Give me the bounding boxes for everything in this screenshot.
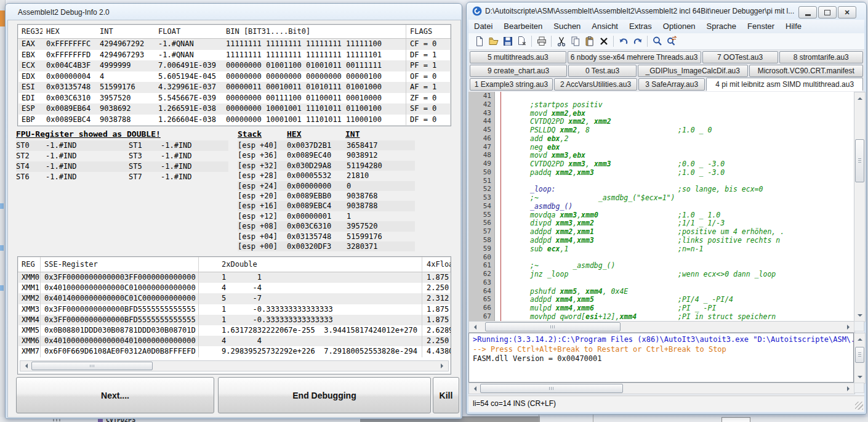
scroll-right-arrow[interactable] — [847, 386, 852, 391]
tab--gdiplus-imagecalcdif-au3[interactable]: _GDIPlus_ImageCalcDif.au3 — [638, 65, 748, 77]
code-editor[interactable]: 4142434445464748495051525354555657585960… — [468, 92, 854, 321]
tab-5-multithreads-au3[interactable]: 5 multithreads.au3 — [470, 51, 566, 63]
undo-icon[interactable] — [616, 34, 630, 48]
sse-cell: 4.4380 — [422, 346, 451, 357]
redo-icon[interactable] — [630, 34, 645, 48]
menu-suchen[interactable]: Suchen — [548, 20, 586, 33]
tab-4-pi-mit-leibnitz-asm-simd-multithread-au3[interactable]: 4 pi mit leibnitz asm SIMD multithread.a… — [706, 78, 863, 91]
save-file-icon[interactable] — [500, 34, 515, 48]
scrollbar-thumb[interactable] — [480, 384, 623, 393]
code-text: paddq xmm2,xmm3 — [530, 169, 594, 177]
menu-extras[interactable]: Extras — [624, 20, 657, 33]
tab-9-create-chart-au3[interactable]: 9 create_chart.au3 — [470, 65, 567, 77]
new-file-icon[interactable] — [472, 34, 486, 48]
paste-icon[interactable] — [582, 34, 597, 48]
output-line: FASM.dll Version = 0x00470001 — [473, 354, 853, 364]
delete-icon[interactable] — [597, 34, 611, 48]
register-cell: 7.006491E-039 — [155, 60, 222, 71]
scroll-left-arrow[interactable] — [23, 363, 28, 368]
minimize-button[interactable] — [798, 6, 817, 18]
output-horizontal-scrollbar[interactable] — [468, 383, 855, 394]
copy-icon[interactable] — [568, 34, 582, 48]
register-column-header: BIN [BIT31....Bit0] — [222, 25, 406, 38]
tab-3-safearray-au3[interactable]: 3 SafeArray.au3 — [638, 78, 705, 91]
editor-horizontal-scrollbar[interactable] — [468, 321, 855, 333]
menu-sprache[interactable]: Sprache — [701, 20, 742, 33]
line-number: 62 — [468, 270, 494, 278]
background-artifact — [721, 417, 750, 422]
line-number: 42 — [468, 100, 494, 109]
sse-cell: 4 4 — [198, 336, 422, 346]
menu-datei[interactable]: Datei — [468, 20, 498, 33]
scroll-left-arrow[interactable] — [472, 386, 476, 391]
editor-vertical-scrollbar[interactable] — [854, 92, 866, 322]
code-line: _loop:;so lange, bis ecx=0 — [504, 185, 854, 194]
register-cell: 00000011 00010011 01010111 01001000 — [222, 82, 406, 93]
code-line: CVTDQ2PD xmm3, xmm3;0.0 _ -3.0 — [504, 160, 854, 169]
code-line: PSLLDQ xmm2, 8;1.0 _ 0 — [504, 126, 854, 135]
scroll-down-arrow[interactable] — [858, 314, 862, 319]
scrollbar-thumb[interactable] — [855, 139, 864, 182]
fpu-cell: -1.#IND — [161, 161, 228, 172]
sse-horizontal-scrollbar[interactable] — [20, 360, 449, 371]
tab-0-test-au3[interactable]: 0 Test.au3 — [568, 65, 637, 77]
search-replace-icon[interactable] — [664, 34, 678, 48]
maximize-button[interactable] — [818, 6, 837, 18]
sse-cell: 0x4010000000000000C010000000000000 — [40, 283, 198, 293]
output-pane[interactable]: >Running:(3.3.14.2):C:\Program Files (x8… — [468, 333, 854, 383]
scroll-right-arrow[interactable] — [847, 325, 852, 330]
search-icon[interactable] — [650, 34, 664, 48]
stack-cell: [esp +36] — [238, 150, 287, 160]
output-vertical-scrollbar[interactable] — [854, 333, 866, 384]
line-number: 65 — [468, 295, 494, 304]
scrollbar-thumb[interactable] — [31, 362, 153, 370]
next-button[interactable]: Next.... — [16, 377, 214, 413]
tab-7-ootest-au3[interactable]: 7 OOTest.au3 — [702, 51, 778, 63]
register-cell: DF = 1 — [406, 50, 451, 61]
line-number: 56 — [468, 219, 494, 227]
sse-cell: 2.312 — [422, 293, 451, 304]
stack-cell: 3957520 — [347, 221, 413, 231]
scroll-down-arrow[interactable] — [858, 376, 862, 381]
menu-bearbeiten[interactable]: Bearbeiten — [498, 20, 548, 33]
tab-microsoft-vc90-crt-manifest[interactable]: Microsoft.VC90.CRT.manifest — [749, 65, 863, 77]
print-icon[interactable] — [534, 34, 549, 48]
sse-row: XMM30x3FF0000000000000BFD55555555555551 … — [18, 304, 451, 315]
tab-1-example3-string-au3[interactable]: 1 Example3 string.au3 — [470, 78, 553, 91]
scroll-up-arrow[interactable] — [858, 95, 862, 100]
menu-ansicht[interactable]: Ansicht — [586, 20, 624, 33]
register-row: ESP0x0089EB6490386921.266591E-0380000000… — [18, 103, 451, 115]
scroll-up-arrow[interactable] — [858, 336, 862, 341]
line-number: 50 — [468, 168, 494, 177]
line-number: 43 — [468, 109, 494, 118]
close-file-icon[interactable] — [515, 34, 529, 48]
scrollbar-thumb[interactable] — [485, 322, 621, 331]
end-debugging-button[interactable]: End Debugging — [218, 377, 431, 413]
toolbar-separator — [613, 36, 614, 47]
line-number: 45 — [468, 126, 494, 134]
tab-8-stromtarife-au3[interactable]: 8 stromtarife.au3 — [779, 51, 863, 63]
tab-2-accvarsutilities-au3[interactable]: 2 AccVarsUtilities.au3 — [554, 78, 637, 91]
register-cell: 0xFFFFFFFC — [42, 39, 96, 50]
menu-hilfe[interactable]: Hilfe — [780, 20, 807, 33]
line-number: 48 — [468, 151, 494, 160]
stack-cell: [esp +24] — [238, 181, 287, 191]
register-cell: 5.605194E-045 — [155, 71, 222, 83]
kill-button[interactable]: Kill — [433, 377, 459, 413]
stack-cell: [esp +40] — [238, 140, 287, 150]
cut-icon[interactable] — [554, 34, 568, 48]
output-line: >Running:(3.3.14.2):C:\Program Files (x8… — [473, 335, 853, 345]
register-cell: 00000000 00111100 01100011 00010000 — [222, 93, 406, 104]
menu-fenster[interactable]: Fenster — [742, 20, 780, 33]
tab-6-nbody-sse-x64-mehrere-threads-au3[interactable]: 6 nbody sse-x64 mehrere Threads.au3 — [568, 51, 701, 63]
scroll-left-arrow[interactable] — [472, 325, 476, 330]
fpu-cell: ST6 — [16, 172, 46, 182]
open-folder-icon[interactable] — [486, 34, 500, 48]
background-artifact — [0, 203, 4, 209]
sse-cell: XMM6 — [18, 336, 40, 346]
close-button[interactable]: ✕ — [838, 6, 856, 18]
menu-optionen[interactable]: Optionen — [657, 20, 701, 33]
scrollbar-thumb[interactable] — [855, 347, 864, 363]
scroll-right-arrow[interactable] — [441, 363, 446, 368]
resize-grip[interactable] — [855, 402, 863, 410]
